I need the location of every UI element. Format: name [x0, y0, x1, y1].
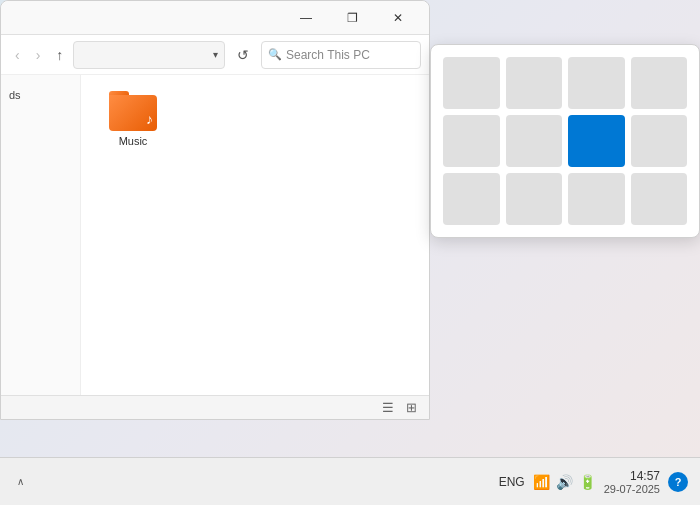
- clock-area[interactable]: 14:57 29-07-2025: [604, 469, 660, 495]
- window-controls: — ❐ ✕: [283, 1, 421, 35]
- explorer-window: — ❐ ✕ ‹ › ↑ ▾ ↺ 🔍 Search This PC ds: [0, 0, 430, 420]
- snap-cell-11[interactable]: [631, 173, 688, 225]
- snap-cell-6[interactable]: [568, 115, 625, 167]
- snap-cell-1[interactable]: [506, 57, 563, 109]
- status-bar: ☰ ⊞: [1, 395, 429, 419]
- music-folder-label: Music: [119, 135, 148, 147]
- taskbar: ∧ ENG 📶 🔊 🔋 14:57 29-07-2025 ?: [0, 457, 700, 505]
- close-button[interactable]: ✕: [375, 1, 421, 35]
- list-view-button[interactable]: ☰: [378, 398, 398, 417]
- snap-cell-9[interactable]: [506, 173, 563, 225]
- music-folder-icon: ♪: [109, 91, 157, 131]
- address-dropdown-button[interactable]: ▾: [213, 49, 218, 60]
- snap-cell-2[interactable]: [568, 57, 625, 109]
- sidebar-item-ds[interactable]: ds: [1, 83, 80, 107]
- taskbar-left: ∧: [0, 470, 40, 494]
- system-tray-expand-button[interactable]: ∧: [8, 470, 32, 494]
- maximize-button[interactable]: ❐: [329, 1, 375, 35]
- snap-cell-7[interactable]: [631, 115, 688, 167]
- search-icon: 🔍: [268, 48, 282, 61]
- view-toggle: ☰ ⊞: [378, 398, 421, 417]
- system-tray-icons: 📶 🔊 🔋: [533, 474, 596, 490]
- volume-icon[interactable]: 🔊: [556, 474, 573, 490]
- snap-cell-10[interactable]: [568, 173, 625, 225]
- toolbar: ‹ › ↑ ▾ ↺ 🔍 Search This PC: [1, 35, 429, 75]
- search-bar[interactable]: 🔍 Search This PC: [261, 41, 421, 69]
- up-button[interactable]: ↑: [50, 43, 69, 67]
- snap-cell-8[interactable]: [443, 173, 500, 225]
- snap-cell-0[interactable]: [443, 57, 500, 109]
- minimize-button[interactable]: —: [283, 1, 329, 35]
- music-note-icon: ♪: [146, 111, 153, 127]
- left-sidebar: ds: [1, 75, 81, 395]
- clock-date: 29-07-2025: [604, 483, 660, 495]
- title-bar: — ❐ ✕: [1, 1, 429, 35]
- wifi-icon[interactable]: 📶: [533, 474, 550, 490]
- address-bar[interactable]: ▾: [73, 41, 225, 69]
- search-placeholder-text: Search This PC: [286, 48, 370, 62]
- snap-cell-5[interactable]: [506, 115, 563, 167]
- snap-cell-3[interactable]: [631, 57, 688, 109]
- help-button[interactable]: ?: [668, 472, 688, 492]
- snap-cell-4[interactable]: [443, 115, 500, 167]
- music-folder-item[interactable]: ♪ Music: [97, 91, 169, 147]
- content-area: ♪ Music: [81, 75, 429, 395]
- folder-body: ♪: [109, 95, 157, 131]
- snap-layout-popup: [430, 44, 700, 238]
- back-button[interactable]: ‹: [9, 43, 26, 67]
- battery-icon[interactable]: 🔋: [579, 474, 596, 490]
- language-indicator[interactable]: ENG: [499, 475, 525, 489]
- forward-button[interactable]: ›: [30, 43, 47, 67]
- clock-time: 14:57: [630, 469, 660, 483]
- grid-view-button[interactable]: ⊞: [402, 398, 421, 417]
- refresh-button[interactable]: ↺: [229, 41, 257, 69]
- taskbar-right: ENG 📶 🔊 🔋 14:57 29-07-2025 ?: [487, 469, 700, 495]
